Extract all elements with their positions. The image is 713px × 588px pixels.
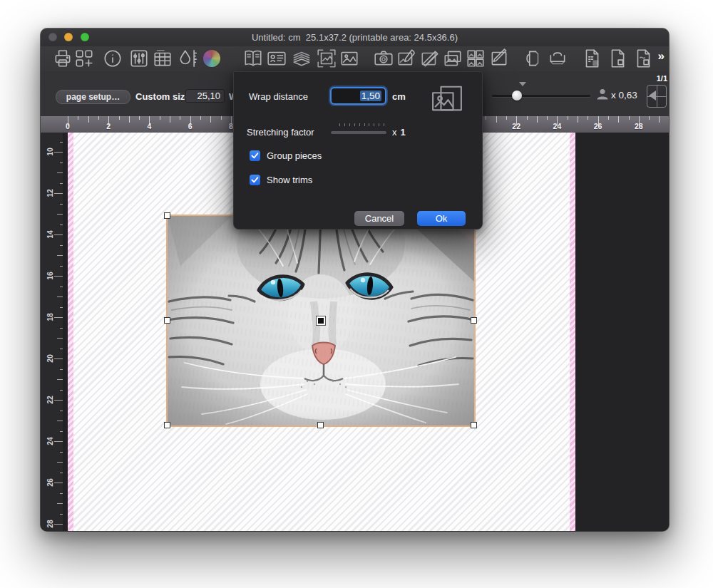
zoom-slider-track[interactable] xyxy=(492,95,590,97)
printer-icon[interactable] xyxy=(52,48,73,69)
checkbox-checked-icon[interactable] xyxy=(250,150,260,161)
vertical-ruler: 10121416182022242628 xyxy=(41,133,63,531)
image-ruler-icon[interactable] xyxy=(419,48,441,69)
paper-stack-icon[interactable] xyxy=(291,48,312,69)
stretching-factor-value: x1 xyxy=(392,127,406,138)
left-margin-strip xyxy=(68,133,73,531)
page-setup-button[interactable]: page setup… xyxy=(56,90,130,104)
page-count: 1/1 xyxy=(657,74,667,83)
stretching-factor-label: Stretching factor xyxy=(247,127,314,138)
wrap-settings-dialog: Wrap distance 1,50 cm Stretching factor … xyxy=(233,71,483,229)
zoom-default-marker xyxy=(519,82,526,86)
image-brush-icon[interactable] xyxy=(396,48,417,69)
doc-media-icon[interactable] xyxy=(632,48,654,69)
window-title: Untitled: cm 25.1x37.2 (printable area: … xyxy=(41,29,669,46)
book-icon[interactable] xyxy=(242,48,264,69)
color-wheel-icon[interactable] xyxy=(201,48,222,69)
images-stack-icon[interactable] xyxy=(442,48,463,69)
info-icon[interactable] xyxy=(102,48,123,69)
resize-handle[interactable] xyxy=(164,317,170,324)
wrap-distance-input[interactable]: 1,50 xyxy=(330,87,386,105)
show-trims-checkbox[interactable]: Show trims xyxy=(250,175,312,185)
image-grid-icon[interactable] xyxy=(465,48,486,69)
right-margin-strip xyxy=(570,133,575,531)
resize-handle[interactable] xyxy=(471,422,477,428)
center-handle[interactable] xyxy=(317,316,325,325)
group-pieces-label: Group pieces xyxy=(267,150,322,161)
resize-handle[interactable] xyxy=(164,422,170,428)
cancel-button[interactable]: Cancel xyxy=(354,211,404,226)
checkbox-checked-icon[interactable] xyxy=(250,175,260,185)
ink-ruler-icon[interactable] xyxy=(177,48,198,69)
group-pieces-checkbox[interactable]: Group pieces xyxy=(250,150,322,161)
toolbar: » xyxy=(41,46,669,72)
image-select-icon[interactable] xyxy=(316,48,337,69)
page-navigator[interactable]: 1/1 xyxy=(645,74,668,110)
wrap-distance-value: 1,50 xyxy=(360,91,381,101)
ok-button[interactable]: Ok xyxy=(417,211,466,226)
person-icon xyxy=(596,88,609,104)
toolbar-overflow-button[interactable]: » xyxy=(658,49,663,63)
titlebar: Untitled: cm 25.1x37.2 (printable area: … xyxy=(41,29,669,47)
zoom-value: x 0,63 xyxy=(611,90,637,100)
camera-icon[interactable] xyxy=(373,48,394,69)
resize-handle[interactable] xyxy=(317,422,324,428)
zoom-slider[interactable] xyxy=(492,80,595,110)
doc-settings-icon[interactable] xyxy=(581,48,602,69)
show-trims-label: Show trims xyxy=(267,175,312,185)
fold-horizontal-icon[interactable] xyxy=(522,48,543,69)
custom-size-input[interactable] xyxy=(185,89,225,103)
resize-handle[interactable] xyxy=(471,317,477,324)
image-knife-icon[interactable] xyxy=(488,48,510,69)
zoom-slider-thumb[interactable] xyxy=(512,91,522,100)
color-wheel-glyph xyxy=(203,50,220,67)
layout-add-icon[interactable] xyxy=(73,48,95,69)
wrap-distance-label: Wrap distance xyxy=(249,91,308,102)
image-icon[interactable] xyxy=(339,48,360,69)
fold-vertical-icon[interactable] xyxy=(547,48,568,69)
screen: Untitled: cm 25.1x37.2 (printable area: … xyxy=(0,0,713,588)
table-icon[interactable] xyxy=(152,48,173,69)
id-card-icon[interactable] xyxy=(266,48,287,69)
previous-page-arrow-icon[interactable] xyxy=(649,91,656,100)
cat-image[interactable] xyxy=(168,216,474,425)
custom-size-label: Custom size: xyxy=(135,91,193,102)
resize-handle[interactable] xyxy=(164,212,170,219)
doc-blank-icon[interactable] xyxy=(607,48,628,69)
adjustments-icon[interactable] xyxy=(128,48,150,69)
wrap-distance-unit: cm xyxy=(392,91,406,102)
app-window: Untitled: cm 25.1x37.2 (printable area: … xyxy=(41,29,669,531)
image-wrap-icon xyxy=(431,85,463,121)
